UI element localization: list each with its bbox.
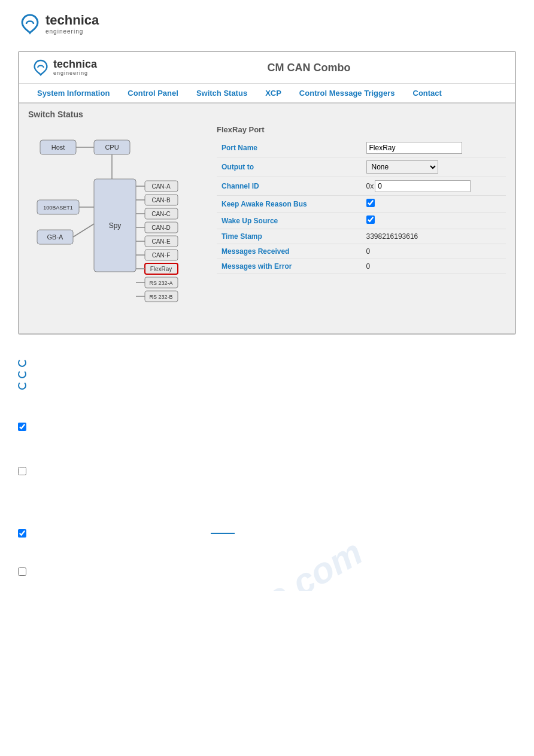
label-keep-awake: Keep Awake Reason Bus [217,196,362,212]
link-underline [211,533,235,534]
svg-text:RS 232-B: RS 232-B [149,294,172,300]
select-output-to[interactable]: None [366,160,438,174]
channel-id-prefix: 0x [366,182,374,190]
top-logo-main: technica [45,13,99,28]
top-logo-sub: engineering [45,28,99,35]
app-title: CM CAN Combo [115,62,503,74]
app-header: technica engineering CM CAN Combo [19,52,515,84]
page-title: Switch Status [28,110,506,119]
flexray-panel: FlexRay Port Port Name Output to None [217,125,506,274]
svg-text:RS 232-A: RS 232-A [149,280,172,286]
nav-bar: System Information Control Panel Switch … [19,84,515,104]
extra-checkbox-row-2 [18,467,516,475]
value-output-to[interactable]: None [362,157,506,177]
value-messages-received: 0 [362,244,506,259]
svg-text:CAN-D: CAN-D [151,224,171,231]
svg-text:Host: Host [51,144,65,151]
extra-checkbox-4[interactable] [18,567,26,576]
value-messages-with-error: 0 [362,259,506,274]
svg-text:FlexRay: FlexRay [150,266,172,272]
svg-text:CAN-A: CAN-A [151,183,170,190]
extra-checkbox-3[interactable] [18,529,26,538]
value-time-stamp: 3398216193616 [362,229,506,244]
input-port-name[interactable] [366,142,462,154]
label-messages-received: Messages Received [217,244,362,259]
nav-control-panel[interactable]: Control Panel [119,84,187,102]
spin-icons-area [0,347,534,408]
svg-text:CAN-E: CAN-E [151,238,170,245]
network-diagram: Host CPU Spy 100BASET1 [28,125,208,324]
spin-icon-1 [18,359,26,367]
value-keep-awake[interactable] [362,196,506,212]
nav-control-message-triggers[interactable]: Control Message Triggers [290,84,404,102]
extra-checkbox-1[interactable] [18,423,26,431]
checkbox-keep-awake[interactable] [366,199,375,207]
top-logo-area: technica engineering [0,0,534,45]
below-frame-area: manualshive.com [0,347,534,591]
app-logo-sub: engineering [53,71,97,77]
label-channel-id: Channel ID [217,177,362,196]
checkbox-wake-up-source[interactable] [366,215,375,224]
field-port-name: Port Name [217,139,506,157]
nav-contact[interactable]: Contact [404,84,451,102]
flexray-panel-title: FlexRay Port [217,125,506,134]
app-logo-icon [31,58,50,77]
extra-checkbox-row-3 [18,529,516,538]
svg-text:CAN-B: CAN-B [151,197,170,204]
spin-icon-3 [18,381,26,390]
label-output-to: Output to [217,157,362,177]
field-time-stamp: Time Stamp 3398216193616 [217,229,506,244]
extra-checkbox-row-1 [18,423,516,431]
svg-text:Spy: Spy [109,221,122,230]
spin-icon-2 [18,370,26,378]
svg-text:CPU: CPU [105,144,119,151]
label-port-name: Port Name [217,139,362,157]
field-output-to: Output to None [217,157,506,177]
value-wake-up-source[interactable] [362,212,506,229]
nav-system-information[interactable]: System Information [28,84,119,102]
spinning-icons [18,359,516,390]
field-keep-awake: Keep Awake Reason Bus [217,196,506,212]
browser-frame: technica engineering CM CAN Combo System… [18,51,516,335]
label-messages-with-error: Messages with Error [217,259,362,274]
nav-switch-status[interactable]: Switch Status [187,84,256,102]
field-messages-received: Messages Received 0 [217,244,506,259]
page-content: Switch Status Host CPU Spy [19,104,515,333]
flexray-fields-table: Port Name Output to None [217,139,506,274]
svg-text:GB-A: GB-A [47,233,64,241]
extra-checkbox-2[interactable] [18,467,26,475]
field-wake-up-source: Wake Up Source [217,212,506,229]
app-logo: technica engineering [31,58,97,77]
input-channel-id[interactable] [375,180,471,192]
field-channel-id: Channel ID 0x [217,177,506,196]
svg-line-13 [73,224,94,237]
extra-checkbox-row-4 [18,567,516,576]
top-logo-icon [18,12,42,36]
svg-text:CAN-C: CAN-C [151,211,171,217]
field-messages-with-error: Messages with Error 0 [217,259,506,274]
extra-checkboxes-area [0,408,534,591]
svg-text:CAN-F: CAN-F [152,252,171,259]
app-logo-main: technica [53,59,97,71]
network-svg: Host CPU Spy 100BASET1 [34,131,202,317]
svg-text:100BASET1: 100BASET1 [43,205,73,211]
label-time-stamp: Time Stamp [217,229,362,244]
nav-xcp[interactable]: XCP [256,84,290,102]
value-channel-id[interactable]: 0x [362,177,506,196]
value-port-name[interactable] [362,139,506,157]
main-layout: Host CPU Spy 100BASET1 [28,125,506,324]
label-wake-up-source: Wake Up Source [217,212,362,229]
